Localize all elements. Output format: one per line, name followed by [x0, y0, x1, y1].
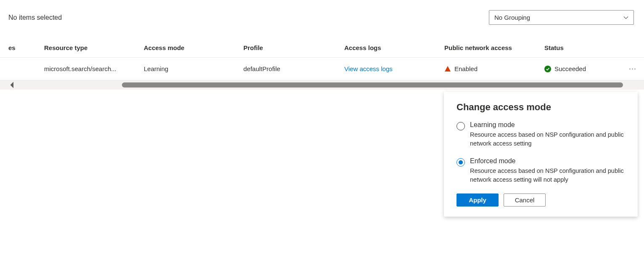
grouping-selected-value: No Grouping	[494, 14, 530, 21]
change-access-mode-popover: Change access mode Learning mode Resourc…	[444, 92, 638, 217]
popover-title: Change access mode	[457, 102, 625, 113]
horizontal-scrollbar[interactable]	[0, 80, 644, 90]
table-header-row: es Resource type Access mode Profile Acc…	[0, 39, 644, 58]
view-access-logs-link[interactable]: View access logs	[344, 65, 393, 72]
resources-table: es Resource type Access mode Profile Acc…	[0, 39, 644, 80]
cell-profile: defaultProfile	[243, 65, 344, 72]
radio-label-enforced: Enforced mode	[470, 157, 625, 165]
cell-resource-type: microsoft.search/search...	[44, 65, 144, 72]
radio-label-learning: Learning mode	[470, 121, 625, 129]
radio-enforced-mode[interactable]: Enforced mode Resource access based on N…	[457, 157, 625, 184]
column-header-public-access[interactable]: Public network access	[444, 44, 544, 51]
row-context-menu[interactable]: ···	[629, 64, 636, 73]
popover-button-row: Apply Cancel	[457, 193, 625, 207]
cell-access-mode: Learning	[144, 65, 243, 72]
scroll-left-icon[interactable]	[8, 81, 16, 89]
top-bar: No items selected No Grouping	[0, 0, 644, 32]
chevron-down-icon	[623, 15, 628, 20]
scroll-thumb[interactable]	[122, 82, 623, 87]
selection-summary: No items selected	[8, 14, 62, 21]
column-header-access-mode[interactable]: Access mode	[144, 44, 243, 51]
cell-public-access: Enabled	[454, 65, 478, 72]
warning-icon	[444, 66, 451, 72]
success-check-icon	[544, 66, 551, 72]
column-header-resource-type[interactable]: Resource type	[44, 44, 144, 51]
table-row[interactable]: microsoft.search/search... Learning defa…	[0, 58, 644, 80]
radio-desc-enforced: Resource access based on NSP configurati…	[470, 167, 625, 184]
radio-dot-icon	[459, 160, 463, 164]
cell-status: Succeeded	[554, 65, 586, 72]
svg-point-0	[544, 66, 551, 72]
column-header-profile[interactable]: Profile	[243, 44, 344, 51]
column-header-access-logs[interactable]: Access logs	[344, 44, 444, 51]
radio-desc-learning: Resource access based on NSP configurati…	[470, 130, 625, 148]
radio-circle-checked	[457, 158, 465, 167]
radio-learning-mode[interactable]: Learning mode Resource access based on N…	[457, 121, 625, 148]
apply-button[interactable]: Apply	[457, 193, 499, 207]
cancel-button[interactable]: Cancel	[504, 193, 546, 207]
radio-circle-unchecked	[457, 122, 465, 130]
column-header-status[interactable]: Status	[544, 44, 624, 51]
grouping-dropdown[interactable]: No Grouping	[489, 10, 634, 25]
column-header-es[interactable]: es	[0, 44, 44, 51]
